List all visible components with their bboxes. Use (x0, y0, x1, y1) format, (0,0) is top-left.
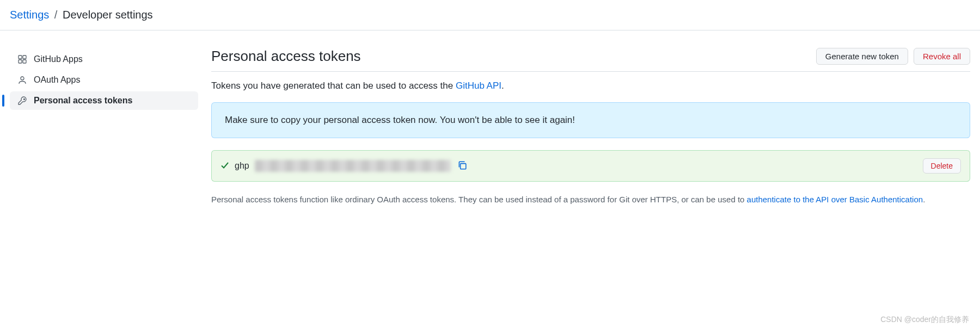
sidebar-item-personal-access-tokens[interactable]: Personal access tokens (10, 91, 198, 110)
breadcrumb: Settings / Developer settings (0, 0, 980, 30)
sidebar-item-label: Personal access tokens (34, 96, 132, 106)
intro-suffix: . (501, 81, 504, 91)
delete-token-button[interactable]: Delete (923, 158, 961, 174)
main-content: Personal access tokens Generate new toke… (211, 44, 970, 206)
footer-suffix: . (923, 195, 925, 204)
copy-token-notice: Make sure to copy your personal access t… (211, 102, 970, 138)
revoke-all-button[interactable]: Revoke all (914, 48, 970, 65)
token-prefix: ghp (235, 161, 249, 171)
sidebar-item-github-apps[interactable]: GitHub Apps (10, 50, 198, 69)
copy-icon (457, 160, 467, 172)
sidebar-item-label: OAuth Apps (34, 75, 80, 85)
sidebar-item-label: GitHub Apps (34, 54, 83, 64)
copy-token-button[interactable] (456, 159, 468, 173)
breadcrumb-parent-link[interactable]: Settings (10, 9, 49, 21)
header-actions: Generate new token Revoke all (816, 48, 970, 65)
intro-text: Tokens you have generated that can be us… (211, 81, 970, 91)
apps-icon (17, 54, 27, 64)
page-header: Personal access tokens Generate new toke… (211, 48, 970, 72)
sidebar-item-oauth-apps[interactable]: OAuth Apps (10, 71, 198, 89)
token-value-redacted (255, 160, 451, 172)
sidebar: GitHub Apps OAuth Apps Personal access t… (10, 44, 198, 206)
footer-text: Personal access tokens function like ord… (211, 194, 970, 206)
basic-auth-link[interactable]: authenticate to the API over Basic Authe… (747, 195, 923, 204)
breadcrumb-separator: / (54, 9, 58, 21)
breadcrumb-current: Developer settings (63, 9, 153, 21)
page-title: Personal access tokens (211, 48, 361, 65)
token-row: ghp Delete (211, 150, 970, 182)
key-icon (17, 96, 27, 106)
notice-text: Make sure to copy your personal access t… (225, 115, 575, 125)
person-icon (17, 75, 27, 85)
intro-prefix: Tokens you have generated that can be us… (211, 81, 456, 91)
github-api-link[interactable]: GitHub API (456, 81, 501, 91)
footer-prefix: Personal access tokens function like ord… (211, 195, 747, 204)
generate-new-token-button[interactable]: Generate new token (816, 48, 908, 65)
check-icon (220, 161, 229, 171)
svg-rect-0 (460, 163, 465, 169)
